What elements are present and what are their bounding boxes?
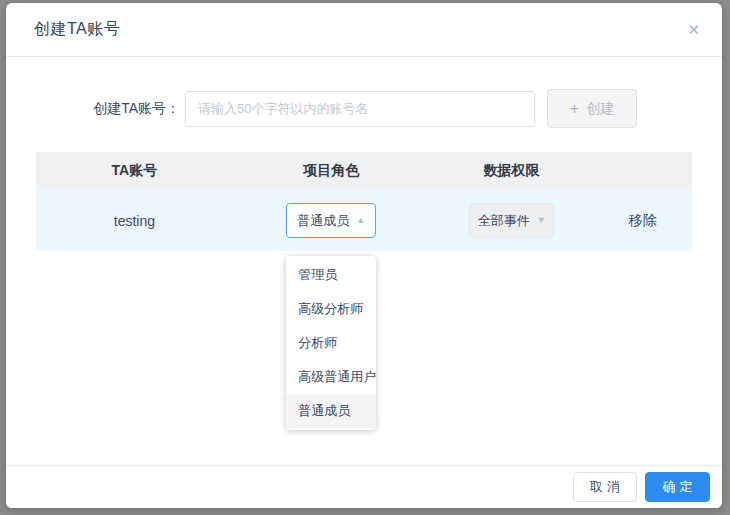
- plus-icon: +: [570, 100, 579, 118]
- create-button-label: 创建: [586, 100, 614, 118]
- permission-select[interactable]: 全部事件 ▼: [469, 203, 554, 238]
- table-row: testing 普通成员 ▲ 管理员 高级分析师 分析师 高级普通用户 普通成员…: [36, 190, 692, 251]
- dialog-footer: 取消 确定: [6, 465, 722, 508]
- create-button[interactable]: + 创建: [547, 89, 637, 128]
- action-cell: 移除: [594, 212, 692, 230]
- role-option-admin[interactable]: 管理员: [286, 258, 376, 292]
- role-option-analyst[interactable]: 分析师: [286, 326, 376, 360]
- header-data-permission: 数据权限: [430, 162, 594, 180]
- table-header-row: TA账号 项目角色 数据权限: [36, 152, 692, 190]
- remove-link[interactable]: 移除: [629, 212, 657, 228]
- account-name-input[interactable]: [185, 91, 535, 127]
- permission-select-value: 全部事件: [478, 212, 530, 230]
- role-select-value: 普通成员: [297, 212, 349, 230]
- create-account-form: 创建TA账号： + 创建: [6, 89, 722, 128]
- dialog-header: 创建TA账号 ✕: [6, 3, 722, 57]
- role-dropdown-menu: 管理员 高级分析师 分析师 高级普通用户 普通成员: [286, 256, 376, 430]
- dialog-title: 创建TA账号: [34, 19, 120, 40]
- account-name-label: 创建TA账号：: [6, 100, 180, 118]
- header-project-role: 项目角色: [233, 162, 430, 180]
- role-select[interactable]: 普通成员 ▲: [286, 203, 376, 238]
- role-option-normal-member[interactable]: 普通成员: [286, 394, 376, 428]
- role-option-senior-normal-user[interactable]: 高级普通用户: [286, 360, 376, 394]
- cancel-button[interactable]: 取消: [573, 472, 637, 502]
- role-option-senior-analyst[interactable]: 高级分析师: [286, 292, 376, 326]
- header-ta-account: TA账号: [36, 162, 233, 180]
- permission-cell: 全部事件 ▼: [430, 203, 594, 238]
- create-ta-account-dialog: 创建TA账号 ✕ 创建TA账号： + 创建 TA账号 项目角色 数据权限 tes…: [6, 3, 722, 508]
- chevron-down-icon: ▼: [537, 216, 546, 225]
- role-cell: 普通成员 ▲ 管理员 高级分析师 分析师 高级普通用户 普通成员: [233, 203, 430, 238]
- account-table: TA账号 项目角色 数据权限 testing 普通成员 ▲ 管理员 高级分析师 …: [36, 152, 692, 251]
- confirm-button[interactable]: 确定: [645, 472, 710, 502]
- account-name-value: testing: [36, 213, 233, 229]
- chevron-up-icon: ▲: [356, 216, 365, 225]
- close-icon[interactable]: ✕: [685, 20, 702, 39]
